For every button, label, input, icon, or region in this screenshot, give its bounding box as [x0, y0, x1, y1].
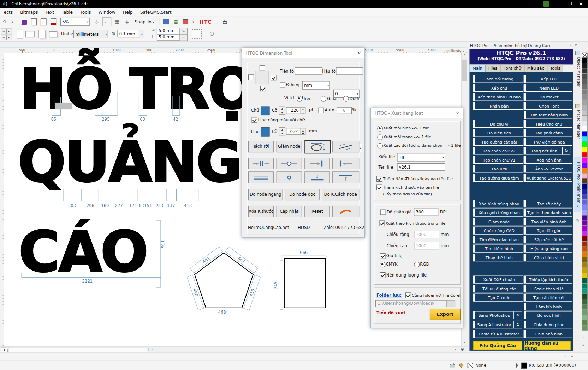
docker-button[interactable]: Tạo in theo danh sách: [524, 208, 572, 216]
docker-button[interactable]: Tạo G-code: [473, 293, 523, 301]
same-folder-checkbox[interactable]: [405, 292, 411, 298]
docker-button[interactable]: Xếp theo hình CN bao: [473, 93, 523, 101]
palette-swatch[interactable]: [582, 225, 588, 231]
line-color-swatch[interactable]: [261, 127, 269, 136]
docker-collapse-icon[interactable]: »: [569, 43, 571, 47]
palette-swatch[interactable]: [582, 63, 588, 68]
anchor-top-checkbox[interactable]: [260, 65, 265, 71]
scroll-down-icon[interactable]: ˅: [462, 340, 468, 346]
palette-swatch[interactable]: [582, 95, 588, 100]
docker-button[interactable]: Tạo viền hình ảnh: [524, 218, 572, 225]
auto-size-input[interactable]: 8: [337, 107, 352, 114]
docker-button[interactable]: Tách đối tượng: [473, 75, 523, 83]
docker-tab-tools[interactable]: Tools: [547, 65, 563, 72]
vertical-scroll-thumb[interactable]: [462, 60, 467, 81]
suffix-input[interactable]: [336, 67, 363, 75]
docker-button[interactable]: Tạo chân chữ v2: [473, 147, 523, 154]
app-launcher-icon[interactable]: [20, 18, 28, 26]
docker-button[interactable]: Tạo đường cắt dải: [473, 138, 523, 146]
docker-button[interactable]: Xóa cạnh trùng nhau: [473, 208, 523, 216]
palette-swatch[interactable]: [582, 215, 588, 221]
publish-pdf-icon[interactable]: [49, 18, 57, 26]
rulers-toggle-icon[interactable]: ⌐: [102, 17, 111, 26]
footer-hdsd-link[interactable]: HDSD: [298, 225, 310, 230]
palette-swatch[interactable]: [582, 183, 588, 189]
palette-swatch[interactable]: [582, 315, 588, 320]
palette-swatch[interactable]: [582, 84, 588, 90]
export-each-page-radio[interactable]: [377, 134, 383, 140]
htc-button[interactable]: HTC: [200, 19, 212, 25]
anchor-left-checkbox[interactable]: [248, 74, 254, 80]
palette-swatch[interactable]: [582, 168, 588, 174]
pos-mid-radio[interactable]: [321, 96, 326, 102]
palette-swatch[interactable]: [582, 304, 588, 310]
palette-swatch[interactable]: [582, 131, 588, 137]
zoom-scroll-icon[interactable]: ⊕: [461, 347, 464, 352]
do-kcach-node-button[interactable]: Đo K.Cách node: [322, 189, 359, 200]
docker-button[interactable]: Tìm kiếm hình: [473, 244, 523, 252]
docker-button[interactable]: Làm kín hình: [524, 303, 572, 310]
docker-button[interactable]: Chức năng CAD: [473, 226, 523, 234]
add-plus-icon[interactable]: ⊕: [209, 30, 214, 37]
guidelines-toggle-icon[interactable]: ◈: [123, 18, 131, 26]
docker-button[interactable]: Hiệu ứng nâng cao: [524, 244, 572, 252]
shapes-layer[interactable]: 461 461 450 450 468 666 745: [180, 243, 338, 326]
huong-dan-button[interactable]: Hướng dẫn sử dụng: [524, 341, 571, 350]
palette-swatch[interactable]: [582, 309, 588, 315]
outline-pen-icon[interactable]: [514, 362, 520, 369]
docker-button[interactable]: Tạo dấu góc: [524, 226, 572, 234]
docker-button[interactable]: Nhân bản: [473, 102, 523, 110]
align-bottom-button[interactable]: [304, 171, 330, 183]
tab-macro-manager[interactable]: Macro Manager: [574, 109, 581, 141]
export-icon[interactable]: [39, 18, 47, 26]
file-quang-cao-button[interactable]: File Quảng Cáo: [473, 341, 522, 350]
palette-swatch[interactable]: [582, 273, 588, 278]
palette-swatch[interactable]: [582, 231, 588, 236]
palette-swatch[interactable]: [582, 110, 588, 116]
docker-button[interactable]: Tối ưu đường cắt: [473, 285, 523, 292]
width-input[interactable]: 1000: [414, 231, 439, 238]
dialog-titlebar[interactable]: HTQC Dimension Tool ✕: [242, 48, 364, 58]
export-button[interactable]: Export: [430, 309, 461, 320]
restore-button[interactable]: ❐: [566, 1, 574, 7]
palette-swatch[interactable]: [582, 236, 588, 242]
palette-swatch[interactable]: [582, 163, 588, 168]
docker-button[interactable]: Paste từ A.Illustrator: [473, 330, 523, 338]
palette-swatch[interactable]: [582, 141, 588, 147]
launcher-dropdown-icon[interactable]: ▾: [191, 18, 195, 26]
measure-from-edge-button[interactable]: [332, 158, 359, 169]
palette-swatch[interactable]: [582, 152, 588, 158]
docker-button[interactable]: Bo góc hình: [524, 311, 572, 319]
docker-button[interactable]: Neon LED: [524, 84, 572, 92]
docker-button[interactable]: Đo diện tích: [473, 129, 523, 137]
palette-swatch[interactable]: [582, 320, 588, 326]
landscape-page-icon[interactable]: [25, 31, 34, 37]
compress-checkbox[interactable]: [380, 272, 386, 278]
menu-item[interactable]: Help: [119, 10, 136, 15]
tab-htqc-pro[interactable]: HTQC Pro - Phần mềm...: [574, 157, 581, 212]
options-icon[interactable]: [162, 18, 170, 26]
duplicate-x-input[interactable]: 5.0 mm: [157, 28, 182, 34]
palette-swatch[interactable]: [582, 293, 588, 299]
reset-button[interactable]: Reset: [304, 206, 330, 217]
artwork-text-line2[interactable]: QUẢNG: [18, 134, 241, 190]
measure-node-vertical-button[interactable]: [277, 171, 302, 183]
palette-swatch[interactable]: [582, 115, 588, 121]
splitter-handle[interactable]: ⁞: [148, 347, 149, 351]
export-file-size-checkbox[interactable]: [379, 220, 385, 226]
xoa-kthuoc-button[interactable]: Xóa K.thước: [248, 206, 274, 217]
docker-button[interactable]: Scale theo tỉ lệ: [524, 285, 572, 292]
export-each-shape-radio[interactable]: [377, 126, 383, 132]
palette-swatch[interactable]: [582, 79, 588, 84]
palette-swatch[interactable]: [582, 126, 588, 132]
selection-handle[interactable]: [55, 103, 71, 109]
palette-swatch[interactable]: [582, 283, 588, 289]
palette-swatch[interactable]: [582, 173, 588, 179]
treat-as-filled-icon[interactable]: [192, 29, 202, 39]
spinner-up-icon[interactable]: ▾▴: [1, 29, 6, 34]
menu-item[interactable]: Table: [58, 10, 77, 15]
minimize-button[interactable]: —: [556, 1, 564, 7]
docker-button[interactable]: Tăng nét ảnh: [524, 147, 562, 154]
palette-swatch[interactable]: [582, 121, 588, 126]
add-docker-icon[interactable]: ⊕: [575, 218, 579, 223]
